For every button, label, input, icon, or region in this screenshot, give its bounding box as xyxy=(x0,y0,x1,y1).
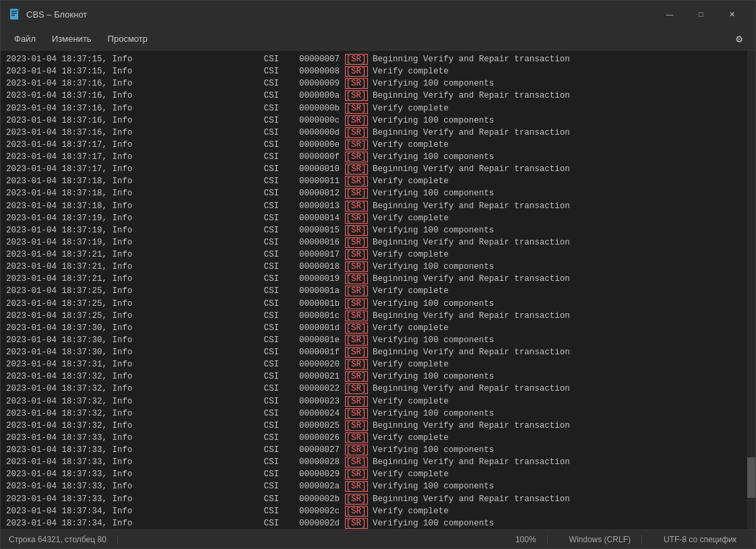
log-line: 2023-01-04 18:37:15, Info CSI 00000007 [… xyxy=(6,53,750,65)
settings-button[interactable]: ⚙ xyxy=(728,28,750,50)
log-line: 2023-01-04 18:37:30, Info CSI 0000001d [… xyxy=(6,322,750,334)
sr-marker: [SR] xyxy=(345,152,368,162)
log-line: 2023-01-04 18:37:32, Info CSI 00000021 [… xyxy=(6,370,750,383)
sr-marker: [SR] xyxy=(345,139,368,150)
vertical-scrollbar[interactable] xyxy=(747,51,755,529)
sr-marker: [SR] xyxy=(345,176,368,187)
log-line: 2023-01-04 18:37:33, Info CSI 00000029 [… xyxy=(6,468,750,480)
log-line: 2023-01-04 18:37:32, Info CSI 00000022 [… xyxy=(6,383,750,395)
sr-marker: [SR] xyxy=(345,213,368,224)
sr-marker: [SR] xyxy=(345,335,368,346)
log-line: 2023-01-04 18:37:18, Info CSI 00000012 [… xyxy=(6,187,750,199)
log-line: 2023-01-04 18:37:15, Info CSI 00000008 [… xyxy=(6,65,750,77)
log-text: 2023-01-04 18:37:15, Info CSI 00000007 [… xyxy=(1,53,755,529)
menu-edit[interactable]: Изменить xyxy=(44,31,100,46)
sr-marker: [SR] xyxy=(345,103,368,114)
log-line: 2023-01-04 18:37:33, Info CSI 00000028 [… xyxy=(6,456,750,468)
status-bar: Строка 64321, столбец 80 100% Windows (C… xyxy=(1,529,755,548)
app-icon xyxy=(9,8,21,20)
sr-marker: [SR] xyxy=(345,261,368,272)
sr-marker: [SR] xyxy=(345,494,368,505)
sr-marker: [SR] xyxy=(345,323,368,333)
svg-rect-2 xyxy=(11,13,17,13)
sr-marker: [SR] xyxy=(345,273,368,284)
log-line: 2023-01-04 18:37:32, Info CSI 00000025 [… xyxy=(6,420,750,432)
log-line: 2023-01-04 18:37:18, Info CSI 00000013 [… xyxy=(6,200,750,212)
log-line: 2023-01-04 18:37:16, Info CSI 0000000a [… xyxy=(6,90,750,102)
log-line: 2023-01-04 18:37:19, Info CSI 00000014 [… xyxy=(6,212,750,224)
sr-marker: [SR] xyxy=(345,286,368,296)
cursor-position: Строка 64321, столбец 80 xyxy=(9,535,118,544)
sr-marker: [SR] xyxy=(345,408,368,419)
log-line: 2023-01-04 18:37:21, Info CSI 00000017 [… xyxy=(6,249,750,261)
sr-marker: [SR] xyxy=(345,457,368,467)
log-line: 2023-01-04 18:37:30, Info CSI 0000001e [… xyxy=(6,334,750,346)
log-line: 2023-01-04 18:37:25, Info CSI 0000001b [… xyxy=(6,298,750,310)
sr-marker: [SR] xyxy=(345,506,368,517)
sr-marker: [SR] xyxy=(345,225,368,236)
log-line: 2023-01-04 18:37:30, Info CSI 0000001f [… xyxy=(6,346,750,358)
log-line: 2023-01-04 18:37:16, Info CSI 00000009 [… xyxy=(6,77,750,90)
log-line: 2023-01-04 18:37:16, Info CSI 0000000d [… xyxy=(6,127,750,139)
log-line: 2023-01-04 18:37:33, Info CSI 0000002a [… xyxy=(6,480,750,492)
content-area[interactable]: 2023-01-04 18:37:15, Info CSI 00000007 [… xyxy=(1,51,755,529)
sr-marker: [SR] xyxy=(345,90,368,101)
sr-marker: [SR] xyxy=(345,481,368,492)
sr-marker: [SR] xyxy=(345,396,368,407)
log-line: 2023-01-04 18:37:18, Info CSI 00000011 [… xyxy=(6,175,750,187)
svg-rect-1 xyxy=(11,11,17,11)
log-line: 2023-01-04 18:37:33, Info CSI 00000027 [… xyxy=(6,444,750,456)
sr-marker: [SR] xyxy=(345,432,368,443)
log-container[interactable]: 2023-01-04 18:37:15, Info CSI 00000007 [… xyxy=(1,51,755,529)
sr-marker: [SR] xyxy=(345,188,368,199)
log-line: 2023-01-04 18:37:17, Info CSI 0000000f [… xyxy=(6,151,750,163)
sr-marker: [SR] xyxy=(345,66,368,77)
notepad-window: CBS – Блокнот — □ ✕ Файл Изменить Просмо… xyxy=(0,0,756,549)
sr-marker: [SR] xyxy=(345,164,368,174)
log-line: 2023-01-04 18:37:34, Info CSI 0000002d [… xyxy=(6,517,750,529)
sr-marker: [SR] xyxy=(345,201,368,212)
sr-marker: [SR] xyxy=(345,298,368,309)
menu-view[interactable]: Просмотр xyxy=(100,31,156,46)
status-right: 100% Windows (CRLF) UTF-8 со специфик xyxy=(515,535,747,544)
log-line: 2023-01-04 18:37:21, Info CSI 00000018 [… xyxy=(6,261,750,273)
log-line: 2023-01-04 18:37:33, Info CSI 0000002b [… xyxy=(6,493,750,505)
log-line: 2023-01-04 18:37:16, Info CSI 0000000c [… xyxy=(6,115,750,127)
menu-file[interactable]: Файл xyxy=(6,31,44,46)
window-title: CBS – Блокнот xyxy=(26,9,654,20)
sr-marker: [SR] xyxy=(345,518,368,529)
maximize-button[interactable]: □ xyxy=(685,1,716,28)
log-line: 2023-01-04 18:37:21, Info CSI 00000019 [… xyxy=(6,273,750,285)
log-line: 2023-01-04 18:37:25, Info CSI 0000001c [… xyxy=(6,310,750,322)
svg-rect-4 xyxy=(17,9,20,11)
sr-marker: [SR] xyxy=(345,445,368,455)
log-line: 2023-01-04 18:37:16, Info CSI 0000000b [… xyxy=(6,102,750,115)
log-line: 2023-01-04 18:37:17, Info CSI 0000000e [… xyxy=(6,139,750,151)
sr-marker: [SR] xyxy=(345,469,368,480)
close-button[interactable]: ✕ xyxy=(716,1,747,28)
sr-marker: [SR] xyxy=(345,420,368,431)
log-line: 2023-01-04 18:37:34, Info CSI 0000002c [… xyxy=(6,505,750,517)
line-ending: Windows (CRLF) xyxy=(569,535,642,544)
gear-icon: ⚙ xyxy=(736,32,743,46)
window-controls: — □ ✕ xyxy=(654,1,747,28)
minimize-button[interactable]: — xyxy=(654,1,685,28)
log-line: 2023-01-04 18:37:19, Info CSI 00000016 [… xyxy=(6,236,750,249)
zoom-level: 100% xyxy=(515,535,548,544)
sr-marker: [SR] xyxy=(345,127,368,138)
svg-rect-3 xyxy=(11,15,15,15)
scrollbar-thumb[interactable] xyxy=(747,457,755,498)
log-line: 2023-01-04 18:37:33, Info CSI 00000026 [… xyxy=(6,432,750,444)
sr-marker: [SR] xyxy=(345,78,368,89)
encoding: UTF-8 со специфик xyxy=(664,535,747,544)
sr-marker: [SR] xyxy=(345,371,368,382)
log-line: 2023-01-04 18:37:25, Info CSI 0000001a [… xyxy=(6,285,750,297)
sr-marker: [SR] xyxy=(345,249,368,260)
sr-marker: [SR] xyxy=(345,359,368,370)
log-line: 2023-01-04 18:37:19, Info CSI 00000015 [… xyxy=(6,224,750,236)
sr-marker: [SR] xyxy=(345,115,368,126)
log-line: 2023-01-04 18:37:32, Info CSI 00000024 [… xyxy=(6,408,750,420)
sr-marker: [SR] xyxy=(345,383,368,394)
log-line: 2023-01-04 18:37:31, Info CSI 00000020 [… xyxy=(6,358,750,370)
sr-marker: [SR] xyxy=(345,54,368,65)
